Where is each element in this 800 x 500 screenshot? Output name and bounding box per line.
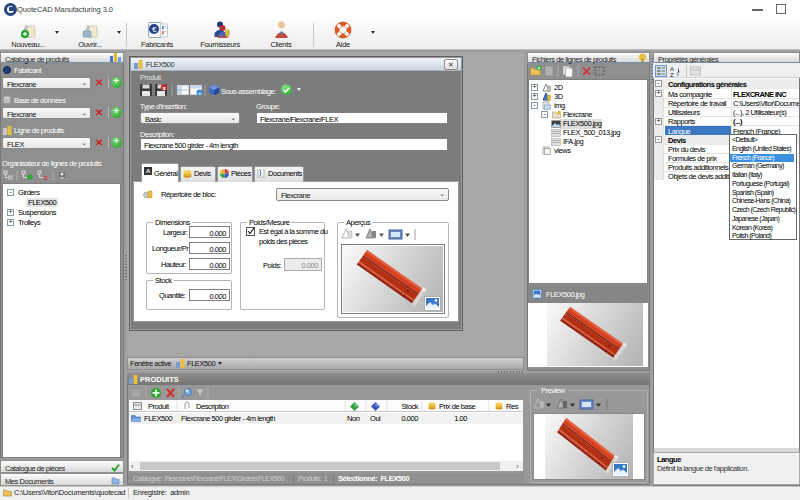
svg-text:x: x [44, 174, 48, 181]
svg-text:Z: Z [670, 72, 674, 77]
